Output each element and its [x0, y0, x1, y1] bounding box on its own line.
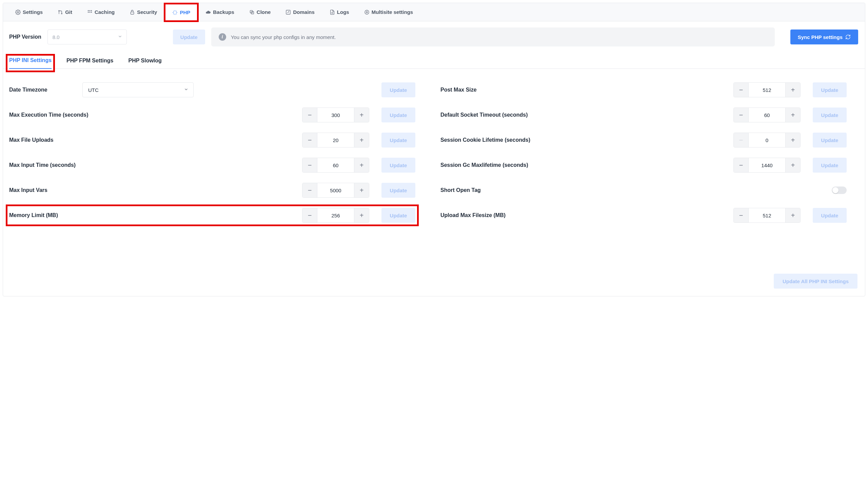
max_input_time-value[interactable]: 60: [317, 158, 354, 172]
session_cookie_lifetime-value[interactable]: 0: [749, 133, 785, 147]
header-row: PHP Version 8.0 Update i You can sync yo…: [3, 21, 865, 50]
grid-icon: [87, 9, 93, 15]
row-session_gc_maxlifetime: Session Gc Maxlifetime (seconds) − 1440 …: [440, 158, 847, 173]
max_execution_time-value[interactable]: 300: [317, 108, 354, 122]
update-session_cookie_lifetime-button[interactable]: Update: [813, 133, 847, 148]
row-memory_limit: Memory Limit (MB) − 256 + Update: [9, 208, 415, 223]
update-max_execution_time-button[interactable]: Update: [381, 108, 415, 122]
tab-git[interactable]: Git: [50, 3, 80, 21]
update-max_input_time-button[interactable]: Update: [381, 158, 415, 173]
max_input_vars-stepper[interactable]: − 5000 +: [302, 183, 369, 198]
minus-icon[interactable]: −: [302, 158, 317, 172]
post_max_size-value[interactable]: 512: [749, 83, 785, 97]
minus-icon[interactable]: −: [302, 108, 317, 122]
minus-icon[interactable]: −: [734, 83, 749, 97]
plus-icon[interactable]: +: [785, 208, 800, 222]
plus-icon[interactable]: +: [785, 83, 800, 97]
row-upload_max_filesize: Upload Max Filesize (MB) − 512 + Update: [440, 208, 847, 223]
minus-icon[interactable]: −: [302, 133, 317, 147]
row-session_cookie_lifetime: Session Cookie Lifetime (seconds) − 0 + …: [440, 133, 847, 148]
row-max_input_vars: Max Input Vars − 5000 + Update: [9, 183, 415, 198]
plus-icon[interactable]: +: [785, 158, 800, 172]
date-timezone-select[interactable]: UTC: [82, 82, 194, 97]
svg-rect-4: [90, 10, 91, 11]
short_open_tag-toggle[interactable]: [832, 187, 847, 194]
gear-icon: [15, 9, 21, 15]
row-max_file_uploads: Max File Uploads − 20 + Update: [9, 133, 415, 148]
refresh-icon: [845, 34, 851, 40]
update-date-timezone-button[interactable]: Update: [381, 82, 415, 97]
update-session_gc_maxlifetime-button[interactable]: Update: [813, 158, 847, 173]
tab-backups[interactable]: Backups: [198, 3, 242, 21]
session_gc_maxlifetime-stepper[interactable]: − 1440 +: [733, 158, 801, 173]
plus-icon[interactable]: +: [785, 108, 800, 122]
minus-icon[interactable]: −: [302, 183, 317, 197]
row-short_open_tag: Short Open Tag: [440, 183, 847, 198]
max_input_vars-value[interactable]: 5000: [317, 183, 354, 197]
sub-tabs: PHP INI Settings PHP FPM Settings PHP Sl…: [3, 50, 865, 69]
max_execution_time-stepper[interactable]: − 300 +: [302, 108, 369, 122]
session_cookie_lifetime-stepper[interactable]: − 0 +: [733, 133, 801, 148]
chevron-down-icon: [118, 34, 122, 40]
minus-icon[interactable]: −: [734, 208, 749, 222]
plus-icon[interactable]: +: [354, 133, 369, 147]
update-max_input_vars-button[interactable]: Update: [381, 183, 415, 198]
default_socket_timeout-value[interactable]: 60: [749, 108, 785, 122]
update-post_max_size-button[interactable]: Update: [813, 82, 847, 97]
minus-icon[interactable]: −: [302, 208, 317, 222]
tab-logs[interactable]: Logs: [322, 3, 357, 21]
upload_max_filesize-stepper[interactable]: − 512 +: [733, 208, 801, 223]
tab-caching[interactable]: Caching: [80, 3, 122, 21]
plus-icon[interactable]: +: [785, 133, 800, 147]
plus-icon[interactable]: +: [354, 208, 369, 222]
minus-icon[interactable]: −: [734, 158, 749, 172]
plus-icon[interactable]: +: [354, 183, 369, 197]
post_max_size-stepper[interactable]: − 512 +: [733, 82, 801, 97]
update-upload_max_filesize-button[interactable]: Update: [813, 208, 847, 223]
php-version-label: PHP Version: [9, 34, 41, 40]
subtab-slowlog[interactable]: PHP Slowlog: [128, 58, 161, 69]
info-icon: i: [219, 33, 226, 41]
git-icon: [58, 9, 63, 15]
update-memory_limit-button[interactable]: Update: [381, 208, 415, 223]
update-version-button[interactable]: Update: [173, 30, 205, 44]
upload_max_filesize-value[interactable]: 512: [749, 208, 785, 222]
svg-rect-9: [131, 12, 134, 14]
info-banner: i You can sync your php configs in any m…: [211, 27, 775, 46]
plus-icon[interactable]: +: [354, 108, 369, 122]
tab-php[interactable]: PHP: [164, 3, 198, 21]
svg-rect-8: [91, 12, 92, 13]
session_gc_maxlifetime-value[interactable]: 1440: [749, 158, 785, 172]
memory_limit-stepper[interactable]: − 256 +: [302, 208, 369, 223]
memory_limit-value[interactable]: 256: [317, 208, 354, 222]
tab-domains[interactable]: Domains: [278, 3, 322, 21]
subtab-ini[interactable]: PHP INI Settings: [9, 57, 52, 69]
lock-icon: [130, 9, 135, 15]
sync-button[interactable]: Sync PHP settings: [790, 30, 858, 44]
tab-multisite[interactable]: Multisite settings: [357, 3, 421, 21]
edit-icon: [285, 9, 291, 15]
minus-icon: −: [734, 133, 749, 147]
max_file_uploads-value[interactable]: 20: [317, 133, 354, 147]
settings-grid: Date Timezone UTC Update Max Execution T…: [3, 69, 865, 240]
plus-icon[interactable]: +: [354, 158, 369, 172]
max_file_uploads-stepper[interactable]: − 20 +: [302, 133, 369, 148]
subtab-fpm[interactable]: PHP FPM Settings: [66, 58, 113, 69]
chevron-down-icon: [184, 87, 189, 93]
default_socket_timeout-stepper[interactable]: − 60 +: [733, 108, 801, 122]
max_input_time-stepper[interactable]: − 60 +: [302, 158, 369, 173]
tab-security[interactable]: Security: [122, 3, 164, 21]
update-all-button[interactable]: Update All PHP INI Settings: [774, 274, 857, 289]
update-default_socket_timeout-button[interactable]: Update: [813, 108, 847, 122]
minus-icon[interactable]: −: [734, 108, 749, 122]
update-max_file_uploads-button[interactable]: Update: [381, 133, 415, 148]
row-date-timezone: Date Timezone UTC Update: [9, 82, 415, 97]
tab-settings[interactable]: Settings: [8, 3, 50, 21]
svg-point-0: [17, 12, 19, 13]
row-default_socket_timeout: Default Socket Timeout (seconds) − 60 + …: [440, 108, 847, 122]
svg-rect-5: [91, 10, 92, 11]
php-version-select[interactable]: 8.0: [47, 30, 127, 44]
svg-rect-6: [88, 12, 89, 13]
svg-point-1: [59, 10, 60, 11]
tab-clone[interactable]: Clone: [242, 3, 278, 21]
